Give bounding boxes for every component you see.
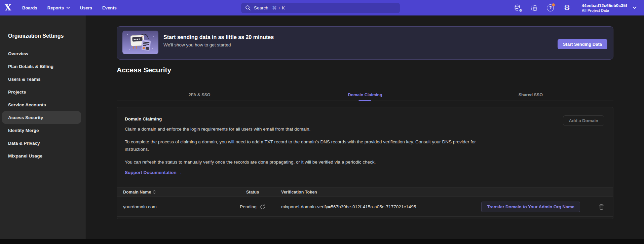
actions-cell: Transfer Domain to Your Admin Org Name [472, 202, 613, 212]
nav-item-events[interactable]: Events [102, 5, 117, 10]
status-text: Pending [240, 204, 257, 209]
nav-links: Boards Reports Users Events [22, 5, 117, 10]
tab-domain-claiming[interactable]: Domain Claiming [282, 89, 448, 101]
sidebar-item-access-security[interactable]: Access Security [2, 111, 81, 124]
nav-item-boards[interactable]: Boards [22, 5, 37, 10]
support-documentation-link[interactable]: Support Documentation → [125, 170, 182, 175]
top-nav: X Boards Reports Users Events ⚙ ? [0, 0, 644, 15]
chevron-down-icon [66, 7, 70, 9]
start-sending-data-button[interactable]: Start Sending Data [558, 39, 607, 49]
table-header-row: Domain Name Status Verification Token [117, 187, 613, 197]
column-header-domain-name[interactable]: Domain Name [123, 190, 224, 195]
banner-subtitle: We'll show you how to get started [163, 42, 274, 47]
settings-gear-icon[interactable]: ⚙ [563, 4, 571, 11]
window-bottom-edge [0, 239, 644, 244]
onboarding-banner: Start sending data in as little as 20 mi… [117, 26, 613, 60]
gear-badge-icon: ⚙ [519, 9, 522, 12]
data-management-icon[interactable]: ⚙ [514, 4, 521, 11]
project-scope: All Project Data [582, 8, 627, 12]
global-search[interactable] [241, 3, 400, 13]
tab-2fa-sso[interactable]: 2FA & SSO [117, 89, 282, 101]
column-header-verification-token: Verification Token [281, 190, 472, 195]
transfer-domain-button[interactable]: Transfer Domain to Your Admin Org Name [481, 202, 580, 212]
notification-dot [552, 3, 555, 6]
sidebar-title: Organization Settings [0, 32, 85, 40]
nav-item-label: Events [102, 5, 117, 10]
sidebar-item-plan-details-billing[interactable]: Plan Details & Billing [2, 60, 81, 73]
nav-right-cluster: ⚙ ? ⚙ 44eebad12c65eb0c35f All Project Da… [514, 0, 637, 15]
apps-grid-icon[interactable] [530, 4, 538, 11]
add-domain-button[interactable]: Add a Domain [563, 115, 604, 126]
sidebar-item-projects[interactable]: Projects [2, 85, 81, 98]
nav-item-label: Reports [47, 5, 64, 10]
refresh-status-button[interactable] [260, 204, 265, 210]
description-paragraph: Claim a domain and enforce the login req… [125, 126, 486, 133]
search-input[interactable] [254, 5, 382, 10]
account-switcher[interactable]: 44eebad12c65eb0c35f All Project Data [582, 3, 637, 12]
search-icon [245, 5, 251, 11]
org-id: 44eebad12c65eb0c35f [582, 3, 627, 8]
chevron-down-icon [633, 6, 637, 9]
nav-item-label: Users [80, 5, 92, 10]
org-settings-sidebar: Organization Settings Overview Plan Deta… [0, 15, 85, 239]
nav-item-label: Boards [22, 5, 37, 10]
domains-table: Domain Name Status Verification Token yo… [117, 187, 613, 217]
domain-name-cell: yourdomain.com [123, 204, 224, 209]
sidebar-item-identity-merge[interactable]: Identity Merge [2, 124, 81, 137]
instructions-paragraph: To complete the process of claiming a do… [125, 138, 486, 153]
mixpanel-logo-icon[interactable]: X [5, 0, 16, 15]
banner-title: Start sending data in as little as 20 mi… [163, 34, 274, 41]
verification-token-cell: mixpanel-domain-verify=567b39be-012f-415… [281, 204, 472, 209]
help-icon[interactable]: ? [547, 4, 554, 11]
page-title: Access Security [117, 66, 171, 74]
table-row: yourdomain.com Pending mixpanel-domain-v… [117, 197, 613, 217]
nav-item-users[interactable]: Users [80, 5, 92, 10]
devices-illustration [122, 31, 158, 54]
sidebar-item-overview[interactable]: Overview [2, 47, 81, 60]
refresh-icon [260, 204, 265, 210]
trash-icon [599, 204, 604, 210]
domain-claiming-card: Domain Claiming Claim a domain and enfor… [117, 107, 613, 219]
sidebar-item-data-privacy[interactable]: Data & Privacy [2, 137, 81, 149]
refresh-info-paragraph: You can refresh the status to manually v… [125, 159, 486, 166]
delete-domain-button[interactable] [599, 204, 604, 210]
card-title: Domain Claiming [125, 116, 605, 122]
access-security-tabs: 2FA & SSO Domain Claiming Shared SSO [117, 89, 613, 101]
status-cell: Pending [224, 204, 281, 210]
sidebar-item-service-accounts[interactable]: Service Accounts [2, 98, 81, 111]
active-tab-indicator [358, 100, 371, 101]
sidebar-item-users-teams[interactable]: Users & Teams [2, 73, 81, 85]
sort-icon[interactable] [153, 190, 156, 194]
nav-item-reports[interactable]: Reports [47, 5, 70, 10]
tab-shared-sso[interactable]: Shared SSO [448, 89, 613, 101]
sidebar-item-mixpanel-usage[interactable]: Mixpanel Usage [2, 149, 81, 162]
column-header-status: Status [224, 190, 281, 195]
sidebar-list: Overview Plan Details & Billing Users & … [0, 47, 85, 162]
